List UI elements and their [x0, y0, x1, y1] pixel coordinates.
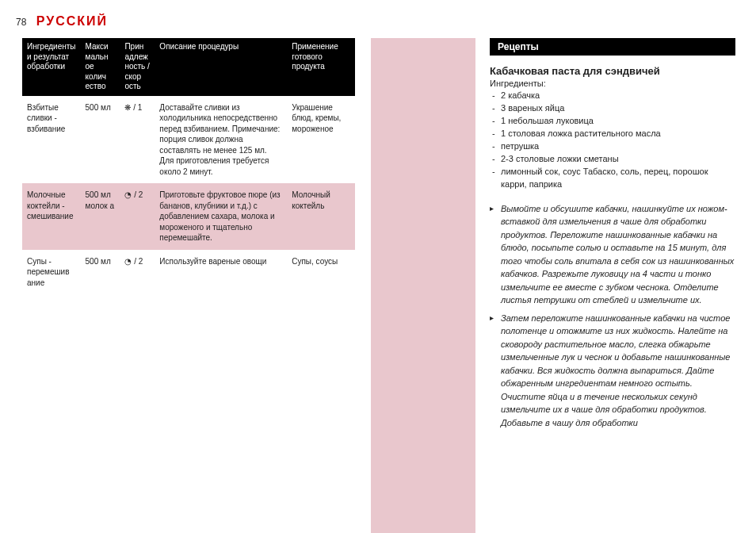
left-column: Ингредиенты и результат обработки Макси …: [22, 38, 355, 294]
cell-ingredients: Взбитые сливки - взбивание: [22, 96, 81, 184]
table-body: Взбитые сливки - взбивание 500 мл ❋ / 1 …: [22, 96, 355, 295]
ingredient-item: 2 кабачка: [490, 90, 735, 102]
cell-attachment-speed: ◔ / 2: [120, 250, 155, 295]
cell-procedure: Используйте вареные овощи: [155, 250, 287, 295]
th-procedure: Описание процедуры: [155, 38, 287, 96]
ingredients-label: Ингредиенты:: [490, 79, 735, 88]
th-max-qty: Макси мальн ое колич ество: [81, 38, 120, 96]
manual-page: 78 РУССКИЙ Ингредиенты и результат обраб…: [0, 0, 756, 533]
cell-usage: Украшение блюд, кремы, мороженое: [287, 96, 355, 184]
speed-text: / 2: [132, 190, 143, 199]
table-row: Супы - перемешив ание 500 мл ◔ / 2 Испол…: [22, 250, 355, 295]
cell-usage: Молочный коктейль: [287, 183, 355, 250]
divider-strip: [371, 38, 475, 533]
cell-procedure: Приготовьте фруктовое пюре (из бананов, …: [155, 183, 287, 250]
ingredient-item: лимонный сок, соус Табаско, соль, перец,…: [490, 166, 735, 191]
cell-usage: Супы, соусы: [287, 250, 355, 295]
speed-text: / 1: [131, 103, 142, 112]
ingredient-item: 1 небольшая луковица: [490, 115, 735, 128]
th-ingredients: Ингредиенты и результат обработки: [22, 38, 81, 96]
page-header: 78 РУССКИЙ: [16, 14, 108, 29]
cell-attachment-speed: ❋ / 1: [120, 96, 155, 184]
cell-max-qty: 500 мл молок а: [81, 183, 120, 250]
table-row: Молочные коктейли - смешивание 500 мл мо…: [22, 183, 355, 250]
ingredients-list: 2 кабачка 3 вареных яйца 1 небольшая лук…: [490, 90, 735, 191]
ingredient-item: 3 вареных яйца: [490, 102, 735, 115]
ingredient-item: петрушка: [490, 140, 735, 153]
ingredient-item: 2-3 столовые ложки сметаны: [490, 153, 735, 166]
recipes-section-title: Рецепты: [490, 38, 735, 56]
recipe-step: Затем переложите нашинкованные кабачки н…: [490, 312, 735, 430]
cell-max-qty: 500 мл: [81, 96, 120, 184]
cell-ingredients: Супы - перемешив ание: [22, 250, 81, 295]
language-title: РУССКИЙ: [36, 14, 108, 28]
page-number: 78: [16, 17, 26, 28]
right-column: Рецепты Кабачковая паста для сэндвичей И…: [490, 38, 735, 434]
recipe-steps: Вымойте и обсушите кабачки, нашинкуйте и…: [490, 202, 735, 430]
processing-table: Ингредиенты и результат обработки Макси …: [22, 38, 355, 294]
th-attachment-speed: Прин адлеж ность /скор ость: [120, 38, 155, 96]
ingredient-item: 1 столовая ложка растительного масла: [490, 128, 735, 140]
th-usage: Применение готового продукта: [287, 38, 355, 96]
speed-text: / 2: [132, 257, 143, 266]
table-row: Взбитые сливки - взбивание 500 мл ❋ / 1 …: [22, 96, 355, 184]
cell-ingredients: Молочные коктейли - смешивание: [22, 183, 81, 250]
cell-attachment-speed: ◔ / 2: [120, 183, 155, 250]
cell-max-qty: 500 мл: [81, 250, 120, 295]
recipe-title: Кабачковая паста для сэндвичей: [490, 65, 735, 77]
cell-procedure: Доставайте сливки из холодильника непоср…: [155, 96, 287, 184]
recipe-step: Вымойте и обсушите кабачки, нашинкуйте и…: [490, 202, 735, 307]
table-header: Ингредиенты и результат обработки Макси …: [22, 38, 355, 96]
